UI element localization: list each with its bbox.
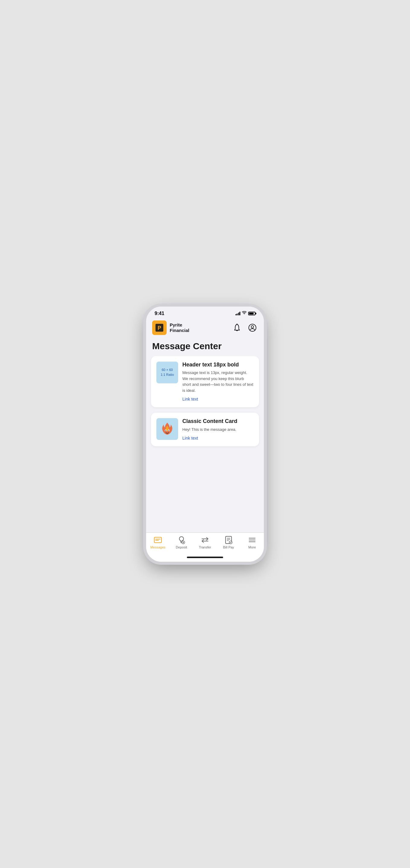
card-1-thumbnail: 60 × 60 1:1 Ratio — [157, 362, 178, 383]
card-1-message: Message text is 13px, regular weight. We… — [182, 370, 253, 393]
nav-item-transfer[interactable]: Transfer — [193, 536, 217, 549]
svg-point-4 — [251, 326, 253, 328]
home-indicator — [146, 555, 264, 562]
main-content: 60 × 60 1:1 Ratio Header text 18px bold … — [146, 356, 264, 532]
transfer-nav-icon — [201, 536, 209, 544]
card-2-body: Classic Content Card Hey! This is the me… — [182, 418, 253, 441]
card-2-link[interactable]: Link text — [182, 436, 198, 440]
billpay-nav-icon — [224, 536, 233, 544]
phone-frame: 9:41 — [146, 307, 264, 562]
signal-icon — [236, 312, 241, 315]
notification-button[interactable] — [232, 322, 242, 333]
nav-item-billpay[interactable]: Bill Pay — [217, 536, 240, 549]
app-header: P Pyrite Financial — [146, 318, 264, 339]
svg-point-12 — [229, 541, 232, 544]
content-card-2: Classic Content Card Hey! This is the me… — [151, 413, 259, 446]
page-title: Message Center — [152, 341, 258, 351]
flame-svg — [161, 422, 174, 437]
wifi-icon — [242, 311, 247, 316]
card-2-message: Hey! This is the message area. — [182, 427, 253, 433]
bell-icon — [233, 323, 241, 332]
more-nav-icon — [248, 536, 256, 544]
card-2-thumbnail — [157, 418, 178, 440]
logo-container: P Pyrite Financial — [152, 320, 189, 335]
content-card-1: 60 × 60 1:1 Ratio Header text 18px bold … — [151, 356, 259, 407]
svg-point-2 — [237, 323, 238, 324]
messages-nav-label: Messages — [150, 546, 166, 549]
page-title-area: Message Center — [146, 339, 264, 356]
svg-point-7 — [166, 431, 166, 431]
more-nav-label: More — [248, 546, 256, 549]
status-time: 9:41 — [155, 311, 164, 316]
home-bar — [187, 557, 223, 558]
nav-item-more[interactable]: More — [240, 536, 264, 549]
card-1-body: Header text 18px bold Message text is 13… — [182, 362, 253, 402]
bottom-nav: Messages Deposit — [146, 532, 264, 555]
battery-icon — [248, 312, 255, 315]
messages-nav-icon — [154, 536, 162, 544]
brand-name: Pyrite Financial — [170, 322, 189, 333]
svg-text:P: P — [158, 325, 161, 331]
nav-item-messages[interactable]: Messages — [146, 536, 170, 549]
status-icons — [236, 311, 256, 316]
status-bar: 9:41 — [146, 307, 264, 318]
profile-button[interactable] — [247, 322, 258, 333]
app-logo: P — [152, 320, 167, 335]
transfer-nav-label: Transfer — [199, 546, 211, 549]
billpay-nav-label: Bill Pay — [223, 546, 234, 549]
header-actions — [232, 322, 258, 333]
svg-point-8 — [168, 431, 169, 431]
card-1-link[interactable]: Link text — [182, 397, 198, 402]
profile-icon — [248, 323, 257, 332]
card-2-header: Classic Content Card — [182, 418, 253, 425]
deposit-nav-label: Deposit — [176, 546, 187, 549]
deposit-nav-icon — [177, 536, 186, 544]
nav-item-deposit[interactable]: Deposit — [170, 536, 193, 549]
card-1-header: Header text 18px bold — [182, 362, 253, 368]
